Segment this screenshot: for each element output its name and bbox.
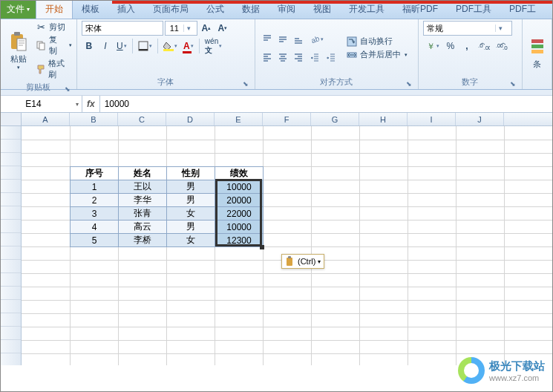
italic-button[interactable]: I xyxy=(98,39,113,53)
cell[interactable]: 男 xyxy=(167,194,215,207)
col-header[interactable]: C xyxy=(118,113,166,125)
align-right-button[interactable] xyxy=(291,50,306,65)
paste-button[interactable]: 粘贴 ▾ xyxy=(5,21,32,80)
col-header[interactable]: H xyxy=(359,113,408,125)
merge-center-button[interactable]: 合并后居中▾ xyxy=(346,49,408,61)
align-center-button[interactable] xyxy=(275,50,290,65)
row-header[interactable] xyxy=(1,153,21,166)
row-header[interactable] xyxy=(1,180,21,193)
th-gender[interactable]: 性别 xyxy=(167,167,215,180)
align-middle-button[interactable] xyxy=(275,32,290,47)
col-header[interactable]: I xyxy=(408,113,456,125)
border-button[interactable]: ▾ xyxy=(136,39,154,53)
row-header[interactable] xyxy=(1,353,21,365)
align-top-button[interactable] xyxy=(260,32,275,47)
dialog-launcher-icon[interactable]: ⬊ xyxy=(510,80,516,88)
underline-button[interactable]: U▾ xyxy=(114,39,129,53)
th-name[interactable]: 姓名 xyxy=(119,167,167,180)
row-header[interactable] xyxy=(1,287,21,300)
cell[interactable]: 12300 xyxy=(215,234,264,247)
format-painter-button[interactable]: 格式刷 xyxy=(35,58,72,80)
dropdown-icon[interactable]: ▾ xyxy=(495,24,505,32)
file-tab[interactable]: 文件 ▾ xyxy=(1,0,36,19)
cell[interactable]: 3 xyxy=(71,207,119,220)
dialog-launcher-icon[interactable]: ⬊ xyxy=(243,80,249,88)
col-header[interactable]: E xyxy=(215,113,263,125)
col-header[interactable]: F xyxy=(263,113,311,125)
comma-button[interactable]: , xyxy=(459,39,474,53)
phonetic-button[interactable]: wén文▾ xyxy=(203,39,224,53)
currency-button[interactable]: ￥▾ xyxy=(423,39,442,53)
cell[interactable]: 10000 xyxy=(215,180,264,194)
wrap-text-button[interactable]: 自动换行 xyxy=(346,36,408,48)
row-header[interactable] xyxy=(1,300,21,313)
dropdown-icon[interactable]: ▾ xyxy=(76,101,79,108)
number-format-input[interactable] xyxy=(424,24,495,33)
tab-templates[interactable]: 模板 xyxy=(73,0,108,19)
row-header[interactable] xyxy=(1,193,21,206)
fill-handle[interactable] xyxy=(260,245,264,249)
cell[interactable]: 2 xyxy=(71,194,119,207)
col-header[interactable]: A xyxy=(22,113,70,125)
cell[interactable]: 女 xyxy=(167,207,215,220)
formula-input[interactable] xyxy=(105,99,548,109)
cell[interactable]: 20000 xyxy=(215,194,264,207)
cells-area[interactable]: 序号 姓名 性别 绩效 1王以男100002李华男200003张青女220004… xyxy=(22,126,552,365)
paste-options-tag[interactable]: (Ctrl) ▾ xyxy=(281,254,324,269)
row-header[interactable] xyxy=(1,327,21,340)
dropdown-icon[interactable]: ▾ xyxy=(183,24,194,32)
row-header[interactable] xyxy=(1,246,21,260)
col-header[interactable]: G xyxy=(311,113,359,125)
row-header[interactable] xyxy=(1,233,21,246)
row-header[interactable] xyxy=(1,273,21,287)
bold-button[interactable]: B xyxy=(82,39,96,53)
increase-indent-button[interactable] xyxy=(324,50,338,65)
cell[interactable]: 10000 xyxy=(215,220,264,234)
orientation-button[interactable]: ab▾ xyxy=(307,32,326,47)
dialog-launcher-icon[interactable]: ⬊ xyxy=(65,85,71,93)
cell[interactable]: 4 xyxy=(71,220,119,234)
col-header[interactable]: B xyxy=(70,113,118,125)
copy-button[interactable]: 复制▾ xyxy=(35,34,72,56)
cell[interactable]: 男 xyxy=(167,180,215,194)
cell[interactable]: 22000 xyxy=(215,207,264,220)
cell[interactable]: 李桥 xyxy=(119,234,167,247)
fill-color-button[interactable]: ▾ xyxy=(161,39,180,53)
shrink-font-button[interactable]: A▾ xyxy=(215,21,230,36)
dialog-launcher-icon[interactable]: ⬊ xyxy=(406,80,412,88)
th-seq[interactable]: 序号 xyxy=(71,167,119,180)
fx-icon[interactable]: fx xyxy=(87,99,95,109)
th-perf[interactable]: 绩效 xyxy=(215,167,264,180)
spreadsheet-grid[interactable]: A B C D E F G H I J 序号 姓名 性别 绩效 1王以男1000… xyxy=(1,113,552,365)
select-all-corner[interactable] xyxy=(1,113,22,125)
increase-decimal-button[interactable]: .0.00 xyxy=(476,39,492,53)
decrease-indent-button[interactable] xyxy=(307,50,322,65)
align-left-button[interactable] xyxy=(260,50,275,65)
font-size-combo[interactable]: ▾ xyxy=(165,21,197,36)
row-header[interactable] xyxy=(1,313,21,327)
cell[interactable]: 李华 xyxy=(119,194,167,207)
font-size-input[interactable] xyxy=(166,24,183,33)
cond-format-button[interactable]: 条 xyxy=(524,21,551,85)
cell[interactable]: 女 xyxy=(167,234,215,247)
name-box-input[interactable] xyxy=(4,99,63,109)
number-format-combo[interactable]: ▾ xyxy=(423,21,512,36)
row-header[interactable] xyxy=(1,206,21,220)
cell[interactable]: 高云 xyxy=(119,220,167,234)
row-header[interactable] xyxy=(1,166,21,180)
cell[interactable]: 男 xyxy=(167,220,215,234)
cell[interactable]: 5 xyxy=(71,234,119,247)
cell[interactable]: 1 xyxy=(71,180,119,194)
col-header[interactable]: J xyxy=(456,113,504,125)
cell[interactable]: 王以 xyxy=(119,180,167,194)
row-header[interactable] xyxy=(1,260,21,273)
row-header[interactable] xyxy=(1,126,21,140)
row-header[interactable] xyxy=(1,220,21,233)
percent-button[interactable]: % xyxy=(443,39,458,53)
col-header[interactable]: D xyxy=(166,113,215,125)
font-color-button[interactable]: A▾ xyxy=(181,39,196,53)
tab-home[interactable]: 开始 xyxy=(36,0,73,19)
decrease-decimal-button[interactable]: .00.0 xyxy=(494,39,510,53)
cell[interactable]: 张青 xyxy=(119,207,167,220)
cut-button[interactable]: ✂ 剪切 xyxy=(35,21,72,33)
